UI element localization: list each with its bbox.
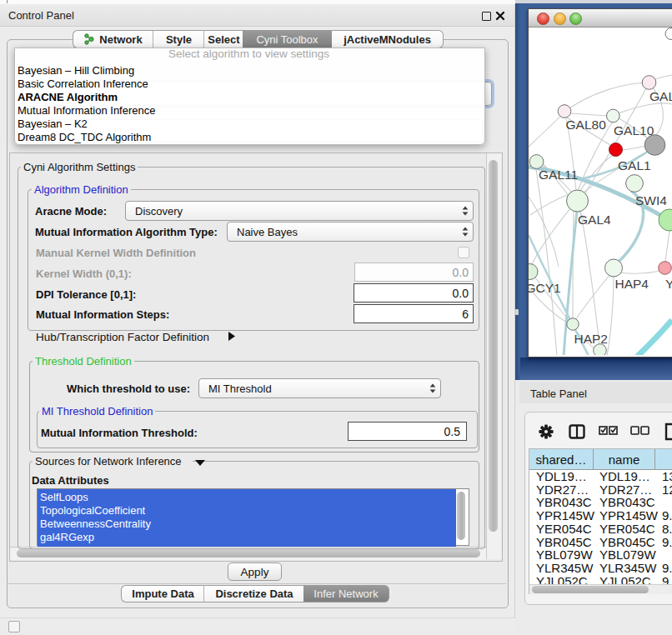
svg-text:HAP2: HAP2 (574, 332, 609, 346)
svg-text:GAL80: GAL80 (566, 118, 607, 132)
svg-text:GAL11: GAL11 (539, 168, 578, 182)
svg-text:HAP4: HAP4 (615, 277, 649, 291)
svg-text:GAL1: GAL1 (618, 158, 651, 172)
svg-text:GAL10: GAL10 (614, 123, 654, 138)
svg-text:YB: YB (665, 277, 672, 291)
svg-text:GAL2: GAL2 (649, 89, 672, 103)
svg-text:GCY1: GCY1 (529, 281, 561, 295)
svg-text:GAL4: GAL4 (578, 212, 611, 227)
svg-text:SWI4: SWI4 (635, 193, 667, 208)
